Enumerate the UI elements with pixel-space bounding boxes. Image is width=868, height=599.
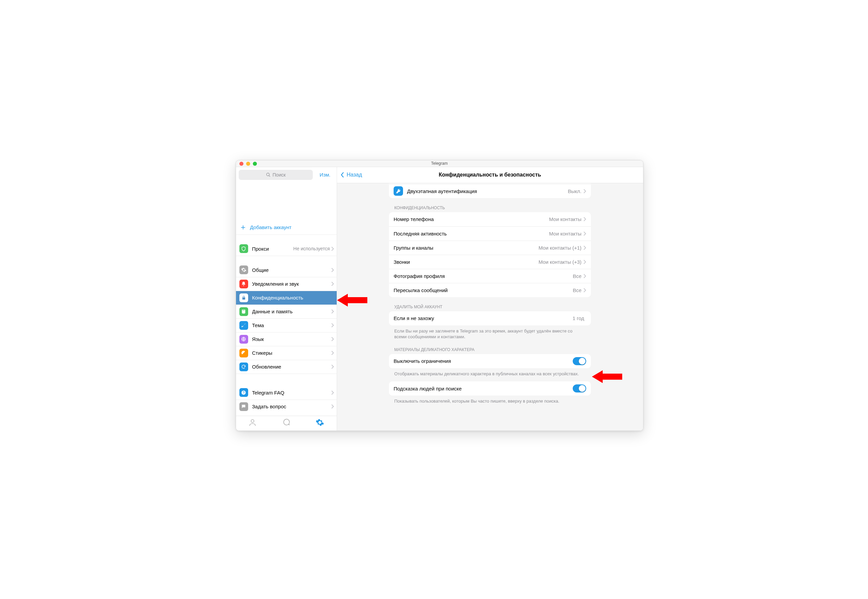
- brush-icon: [239, 321, 248, 330]
- row-label: Фотография профиля: [393, 273, 573, 279]
- row-value: Все: [573, 287, 581, 293]
- sidebar-item-notifications[interactable]: Уведомления и звук: [236, 277, 337, 291]
- chevron-right-icon: [331, 323, 334, 328]
- chevron-right-icon: [584, 260, 586, 264]
- sticker-icon: [239, 349, 248, 357]
- chevron-right-icon: [331, 268, 334, 272]
- content-area: Назад Конфиденциальность и безопасность: [337, 167, 643, 430]
- tab-settings[interactable]: [315, 418, 324, 428]
- sidebar-item-label: Язык: [252, 336, 331, 342]
- row-disable-restrictions[interactable]: Выключить ограничения: [389, 354, 591, 368]
- chevron-right-icon: [584, 274, 586, 278]
- svg-point-1: [251, 420, 254, 423]
- sidebar-item-language[interactable]: Язык: [236, 332, 337, 346]
- chevron-right-icon: [584, 232, 586, 236]
- row-label: Двухэтапная аутентификация: [407, 188, 568, 194]
- row-label: Последняя активность: [393, 231, 549, 236]
- chevron-right-icon: [331, 281, 334, 286]
- content-header: Назад Конфиденциальность и безопасность: [337, 167, 643, 183]
- chevron-right-icon: [584, 288, 586, 292]
- refresh-icon: [239, 363, 248, 371]
- row-value: Выкл.: [568, 188, 581, 194]
- search-placeholder: Поиск: [273, 172, 286, 178]
- sidebar-item-label: Прокси: [252, 246, 294, 252]
- row-value: Все: [573, 273, 581, 279]
- row-delete-if-away[interactable]: Если я не захожу 1 год: [389, 311, 591, 325]
- plus-icon: [240, 224, 246, 230]
- gear-icon: [315, 418, 324, 427]
- app-window: Telegram Поиск Изм. Добавить аккаунт: [236, 160, 643, 431]
- row-label: Пересылка сообщений: [393, 287, 573, 293]
- page-title: Конфиденциальность и безопасность: [337, 172, 643, 178]
- toggle-disable-restrictions[interactable]: [573, 357, 586, 365]
- row-label: Номер телефона: [393, 216, 549, 222]
- sidebar-item-proxy[interactable]: Прокси Не используется: [236, 242, 337, 256]
- row-label: Подсказка людей при поиске: [393, 386, 573, 391]
- sidebar-item-value: Не используется: [293, 246, 330, 251]
- chevron-right-icon: [331, 247, 334, 251]
- sidebar-item-privacy[interactable]: Конфиденциальность: [236, 291, 337, 304]
- chevron-right-icon: [331, 351, 334, 355]
- row-value: 1 год: [573, 315, 584, 321]
- sidebar: Поиск Изм. Добавить аккаунт: [236, 167, 337, 430]
- row-label: Если я не захожу: [393, 315, 573, 321]
- sidebar-item-label: Стикеры: [252, 350, 331, 356]
- row-value: Мои контакты: [549, 216, 581, 222]
- sidebar-item-label: Данные и память: [252, 309, 331, 314]
- row-groups[interactable]: Группы и каналы Мои контакты (+1): [389, 241, 591, 255]
- row-value: Мои контакты (+1): [538, 245, 581, 251]
- window-title: Telegram: [236, 161, 643, 166]
- globe-icon: [239, 335, 248, 344]
- question-icon: [239, 388, 248, 397]
- sidebar-item-ask[interactable]: Задать вопрос: [236, 400, 337, 413]
- sidebar-item-stickers[interactable]: Стикеры: [236, 346, 337, 360]
- shield-icon: [239, 244, 248, 253]
- row-lastseen[interactable]: Последняя активность Мои контакты: [389, 226, 591, 241]
- sidebar-item-label: Общие: [252, 267, 331, 273]
- row-photo[interactable]: Фотография профиля Все: [389, 269, 591, 283]
- sidebar-item-label: Telegram FAQ: [252, 390, 331, 396]
- chats-icon: [282, 418, 291, 427]
- delete-account-note: Если Вы ни разу не заглянете в Telegram …: [389, 325, 591, 340]
- row-phone[interactable]: Номер телефона Мои контакты: [389, 212, 591, 226]
- chevron-right-icon: [584, 189, 586, 193]
- tab-contacts[interactable]: [248, 418, 257, 428]
- search-icon: [266, 173, 271, 177]
- chevron-right-icon: [331, 337, 334, 341]
- section-header-privacy: КОНФИДЕНЦИАЛЬНОСТЬ: [389, 198, 591, 212]
- lock-icon: [239, 293, 248, 302]
- row-label: Выключить ограничения: [393, 358, 573, 364]
- edit-button[interactable]: Изм.: [316, 172, 334, 178]
- sidebar-item-data[interactable]: Данные и память: [236, 304, 337, 318]
- chevron-right-icon: [331, 309, 334, 314]
- sidebar-item-label: Тема: [252, 322, 331, 328]
- section-header-delete-account: УДАЛИТЬ МОЙ АККАУНТ: [389, 297, 591, 311]
- search-input[interactable]: Поиск: [239, 170, 313, 180]
- sidebar-item-theme[interactable]: Тема: [236, 318, 337, 332]
- sidebar-item-general[interactable]: Общие: [236, 263, 337, 277]
- gear-icon: [239, 265, 248, 274]
- row-calls[interactable]: Звонки Мои контакты (+3): [389, 255, 591, 269]
- tab-chats[interactable]: [282, 418, 291, 428]
- add-account-button[interactable]: Добавить аккаунт: [236, 220, 337, 235]
- sidebar-item-label: Уведомления и звук: [252, 281, 331, 287]
- sidebar-item-update[interactable]: Обновление: [236, 360, 337, 373]
- sidebar-item-faq[interactable]: Telegram FAQ: [236, 386, 337, 400]
- toggle-suggest-people[interactable]: [573, 384, 586, 393]
- chevron-right-icon: [584, 245, 586, 250]
- chevron-right-icon: [584, 217, 586, 221]
- row-value: Мои контакты (+3): [538, 259, 581, 265]
- row-label: Группы и каналы: [393, 245, 538, 251]
- titlebar: Telegram: [236, 160, 643, 167]
- row-suggest-people[interactable]: Подсказка людей при поиске: [389, 381, 591, 396]
- add-account-label: Добавить аккаунт: [250, 224, 291, 230]
- sidebar-item-label: Задать вопрос: [252, 403, 331, 409]
- row-twostep[interactable]: Двухэтапная аутентификация Выкл.: [389, 184, 591, 198]
- chevron-right-icon: [331, 364, 334, 369]
- chevron-right-icon: [331, 390, 334, 395]
- database-icon: [239, 307, 248, 316]
- sidebar-tabbar: [236, 416, 337, 430]
- row-forward[interactable]: Пересылка сообщений Все: [389, 283, 591, 297]
- bell-icon: [239, 280, 248, 288]
- sidebar-item-label: Конфиденциальность: [252, 295, 334, 301]
